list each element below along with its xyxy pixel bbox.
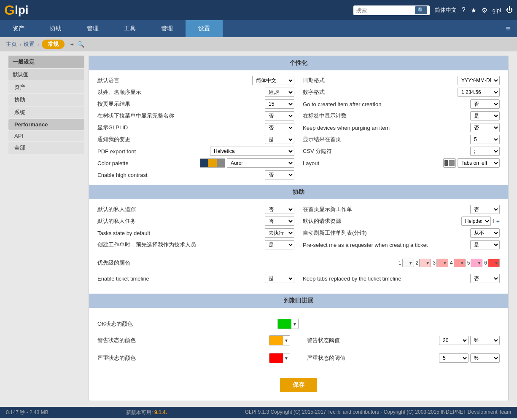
select-auto-refresh[interactable]: 从不 (470, 228, 500, 238)
breadcrumb-icons: + 🔍 (70, 41, 84, 48)
control-high-contrast: 否 (265, 170, 294, 179)
nav-assets[interactable]: 资产 (0, 20, 37, 37)
nav-assist[interactable]: 协助 (37, 20, 74, 37)
nav-tools[interactable]: 工具 (111, 20, 148, 37)
label-num-format: 数字格式 (303, 88, 458, 96)
select-show-new-tickets[interactable]: 否 (470, 205, 500, 214)
priority-item-3: 3 ▼ (433, 259, 448, 267)
search-box[interactable]: 🔍 (353, 5, 430, 15)
personalization-header: 个性化 (89, 56, 508, 70)
nav-hamburger-icon[interactable]: ≡ (499, 24, 517, 33)
control-critical-threshold: 5 % (439, 353, 500, 363)
sidebar-section-title: 一般设定 (8, 56, 84, 68)
select-critical-unit[interactable]: % (470, 353, 500, 363)
select-csv-sep[interactable]: ; (470, 147, 500, 156)
select-results-home[interactable]: 5 (470, 135, 500, 144)
nav-settings[interactable]: 设置 (186, 20, 223, 37)
label-layout: Layout (303, 160, 443, 166)
sidebar-item-system[interactable]: 系统 (8, 107, 84, 118)
select-tab-count[interactable]: 是 (470, 111, 500, 120)
priority-item-1: 1 ▼ (399, 259, 414, 267)
select-lang[interactable]: 简体中文 (252, 76, 294, 85)
select-ticket-timeline[interactable]: 是 (265, 274, 294, 283)
breadcrumb-home[interactable]: 主页 (6, 40, 17, 48)
select-keep-tabs[interactable]: 否 (470, 274, 500, 283)
select-show-full-name[interactable]: 否 (265, 111, 294, 120)
select-critical-threshold[interactable]: 5 (439, 353, 469, 363)
user-label[interactable]: glpi (493, 7, 501, 13)
timeline-grid: Enable ticket timeline 是 Keep tabs repla… (89, 271, 508, 289)
info-icon: ℹ (493, 218, 495, 225)
priority-color-2[interactable]: ▼ (419, 259, 431, 267)
control-private-task: 否 (265, 217, 294, 226)
select-palette[interactable]: Auror (227, 158, 294, 168)
select-preselect-tech[interactable]: 是 (265, 240, 294, 249)
form-row-private-tracking: 默认的私人追踪 否 (97, 203, 294, 215)
priority-color-6[interactable]: ▼ (488, 259, 500, 267)
form-row-page-results: 按页显示结果 15 (97, 98, 294, 110)
select-task-state[interactable]: 去执行 (265, 228, 294, 238)
select-keep-devices[interactable]: 否 (470, 123, 500, 132)
breadcrumb-search-icon[interactable]: 🔍 (77, 41, 84, 48)
sidebar-item-assets[interactable]: 资产 (8, 81, 84, 93)
label-ok-color: OK状态的颜色 (97, 320, 277, 328)
control-auto-refresh: 从不 (470, 228, 500, 238)
select-private-tracking[interactable]: 否 (265, 205, 294, 214)
priority-num-6: 6 (484, 260, 487, 266)
form-row-lang: 默认语言 简体中文 (97, 75, 294, 86)
breadcrumb-settings[interactable]: 设置 (24, 40, 35, 48)
priority-colors-row: 优先级的颜色 1 ▼ 2 ▼ 3 ▼ 4 (89, 255, 508, 271)
palette-blue (200, 159, 208, 167)
priority-color-1[interactable]: ▼ (402, 259, 414, 267)
help-icon[interactable]: ? (462, 6, 466, 14)
nav-admin[interactable]: 管理 (148, 20, 186, 37)
plus-icon[interactable]: + (496, 218, 500, 225)
select-pdf-font[interactable]: Helvetica (210, 147, 294, 156)
power-icon[interactable]: ⏻ (506, 6, 513, 14)
select-high-contrast[interactable]: 否 (265, 170, 294, 179)
layout-sidebar-icon (444, 160, 448, 166)
sidebar-item-performance[interactable]: Performance (8, 119, 84, 130)
label-show-full-name: 在树状下拉菜单中显示完整名称 (97, 112, 265, 120)
form-row-ticket-timeline: Enable ticket timeline 是 (97, 273, 294, 284)
priority-color-3[interactable]: ▼ (436, 259, 448, 267)
control-palette: Auror (200, 158, 294, 168)
save-button[interactable]: 保存 (280, 378, 317, 392)
search-button[interactable]: 🔍 (415, 6, 427, 14)
control-tab-count: 是 (470, 111, 500, 120)
warning-color-btn[interactable]: ▼ (269, 335, 290, 345)
select-glpi-id[interactable]: 否 (265, 123, 294, 132)
search-input[interactable] (356, 7, 415, 13)
ok-color-btn[interactable]: ▼ (277, 319, 299, 329)
control-preselect-requester: 是 (470, 240, 500, 249)
nav-manage[interactable]: 管理 (74, 20, 111, 37)
select-num-format[interactable]: 1 234.56 (458, 88, 500, 97)
breadcrumb-add-icon[interactable]: + (70, 41, 74, 48)
select-notify[interactable]: 是 (265, 135, 294, 144)
sidebar-item-assist[interactable]: 协助 (8, 94, 84, 106)
priority-color-5[interactable]: ▼ (471, 259, 482, 267)
star-icon[interactable]: ★ (471, 6, 477, 14)
select-name-order[interactable]: 姓,名 (265, 88, 294, 97)
select-goto-created[interactable]: 否 (470, 99, 500, 109)
lang-label[interactable]: 简体中文 (435, 6, 457, 14)
select-date-format[interactable]: YYYY-MM-DD (458, 76, 500, 85)
personalization-right: 日期格式 YYYY-MM-DD 数字格式 1 234.56 Go to crea… (303, 75, 500, 181)
priority-color-4[interactable]: ▼ (454, 259, 466, 267)
ok-color-arrow: ▼ (291, 319, 298, 329)
critical-color-btn[interactable]: ▼ (269, 353, 290, 363)
select-layout[interactable]: Tabs on left (458, 158, 500, 168)
settings-icon[interactable]: ⚙ (482, 6, 487, 14)
select-private-task[interactable]: 否 (265, 217, 294, 226)
sidebar-item-all[interactable]: 全部 (8, 142, 84, 154)
select-page-results[interactable]: 15 (265, 99, 294, 109)
select-preselect-requester[interactable]: 是 (470, 240, 500, 249)
select-default-requester[interactable]: Helpdesk (461, 217, 491, 226)
control-ok-color: ▼ (277, 319, 299, 329)
priority-dropdown-3: ▼ (443, 261, 447, 265)
select-warning-unit[interactable]: % (470, 336, 500, 345)
layout-display (443, 158, 456, 168)
sidebar-item-api[interactable]: API (8, 131, 84, 141)
select-warning-threshold[interactable]: 20 (439, 336, 469, 345)
breadcrumb-current: 常规 (42, 40, 65, 49)
